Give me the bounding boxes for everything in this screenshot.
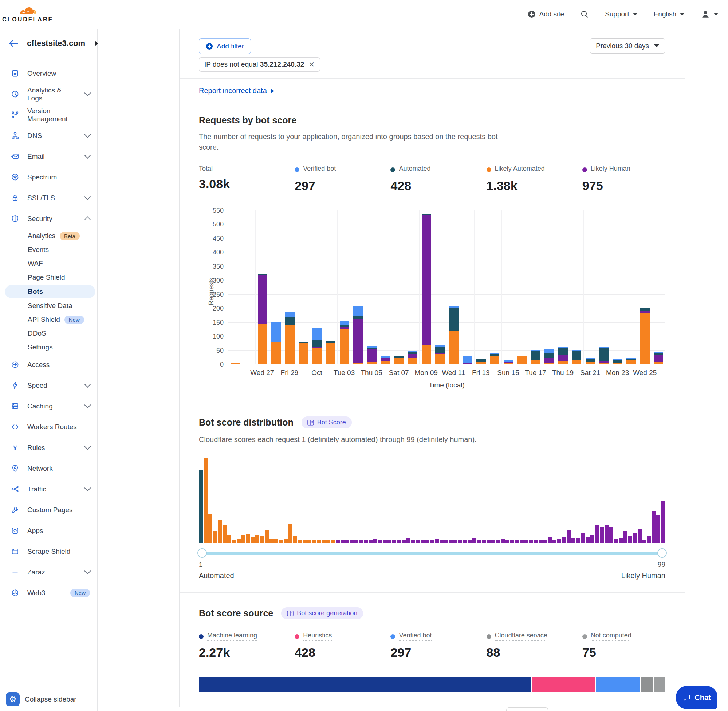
stat-label[interactable]: Automated xyxy=(399,165,430,174)
date-range-dropdown[interactable]: Previous 30 days xyxy=(590,38,665,53)
sidebar-subitem-events[interactable]: Events xyxy=(0,243,97,257)
support-menu[interactable]: Support xyxy=(605,10,638,18)
cloudflare-cloud-icon xyxy=(18,5,37,16)
stat-value: 1.38k xyxy=(487,179,570,193)
stat-total: Total3.08k xyxy=(199,164,282,198)
sidebar-item-security[interactable]: Security xyxy=(0,208,97,229)
chart-bar-slot xyxy=(269,210,283,364)
sidebar-subitem-ddos[interactable]: DDoS xyxy=(0,326,97,341)
stat-value: 297 xyxy=(295,179,378,193)
chat-button[interactable]: Chat xyxy=(676,686,718,709)
y-tick-label: 350 xyxy=(213,263,224,270)
caching-icon xyxy=(11,402,19,410)
sidebar-item-access[interactable]: Access xyxy=(0,354,97,375)
sidebar-item-version-management[interactable]: Version Management xyxy=(0,105,97,125)
stacked-bar xyxy=(326,341,335,364)
stat-label[interactable]: Cloudflare service xyxy=(495,631,547,641)
histogram-bar-score-2 xyxy=(204,458,208,543)
bar-segment-la xyxy=(490,356,499,364)
source-bar-segment-not-computed xyxy=(654,677,665,692)
add-filter-button[interactable]: Add filter xyxy=(199,38,251,54)
histogram-bar-score-42 xyxy=(392,540,396,543)
stat-heuristics: Heuristics428 xyxy=(282,630,378,665)
sidebar-item-traffic[interactable]: Traffic xyxy=(0,479,97,500)
sidebar-item-workers-routes[interactable]: Workers Routes xyxy=(0,416,97,437)
stat-value: 2.27k xyxy=(199,646,282,660)
stacked-bar xyxy=(531,350,540,364)
x-tick-slot: Fri 29 xyxy=(283,369,297,378)
stacked-bar xyxy=(449,306,459,364)
sidebar-item-zaraz[interactable]: Zaraz xyxy=(0,562,97,583)
sidebar-item-scrape-shield[interactable]: Scrape Shield xyxy=(0,541,97,562)
sidebar-subitem-label: Bots xyxy=(28,288,43,296)
sidebar-item-speed[interactable]: Speed xyxy=(0,375,97,396)
stat-value: 428 xyxy=(295,646,378,660)
gear-icon[interactable]: ⚙ xyxy=(6,692,20,706)
sidebar-subitem-waf[interactable]: WAF xyxy=(0,257,97,270)
sidebar-subitem-api-shield[interactable]: API ShieldNew xyxy=(0,313,97,326)
bar-segment-lh xyxy=(545,358,554,362)
account-menu[interactable] xyxy=(701,9,719,19)
histogram-bar-score-87 xyxy=(604,525,608,543)
sidebar-subitem-sensitive-data[interactable]: Sensitive Data xyxy=(0,299,97,313)
sidebar-item-label: Apps xyxy=(27,527,90,535)
collapse-sidebar-button[interactable]: Collapse sidebar xyxy=(25,695,77,704)
histogram-bar-score-15 xyxy=(265,530,269,543)
chart-bar-slot xyxy=(337,210,351,364)
sidebar-item-label: Custom Pages xyxy=(27,506,90,514)
x-tick-slot xyxy=(651,369,665,378)
sidebar-item-label: Workers Routes xyxy=(27,423,90,431)
sidebar-subitem-analytics[interactable]: AnalyticsBeta xyxy=(0,229,97,243)
chart-bar-slot xyxy=(255,210,269,364)
bar-segment-la xyxy=(476,361,486,364)
sidebar-item-analytics-logs[interactable]: Analytics & Logs xyxy=(0,84,97,105)
filter-chip[interactable]: IP does not equal 35.212.240.32 ✕ xyxy=(199,57,320,72)
histogram-bar-score-52 xyxy=(440,540,444,543)
stat-label[interactable]: Likely Automated xyxy=(495,165,545,174)
histogram-bar-score-4 xyxy=(213,531,217,543)
sidebar-item-web3[interactable]: Web3New xyxy=(0,583,97,603)
stat-label[interactable]: Verified bot xyxy=(399,631,431,641)
slider-handle-max[interactable] xyxy=(657,548,667,558)
stat-label[interactable]: Not computed xyxy=(591,631,632,641)
stacked-bar xyxy=(340,322,349,364)
stat-label[interactable]: Verified bot xyxy=(303,165,336,174)
chevron-right-icon[interactable] xyxy=(95,40,98,46)
slider-handle-min[interactable] xyxy=(197,548,207,558)
sidebar-item-ssl-tls[interactable]: SSL/TLS xyxy=(0,187,97,208)
stat-value: 3.08k xyxy=(199,177,282,191)
sidebar-item-email[interactable]: Email xyxy=(0,146,97,167)
histogram-bar-score-5 xyxy=(218,520,222,543)
bot-score-generation-badge[interactable]: Bot score generation xyxy=(281,607,363,619)
sidebar-item-caching[interactable]: Caching xyxy=(0,396,97,416)
stacked-bar xyxy=(626,358,636,364)
sidebar-item-apps[interactable]: Apps xyxy=(0,520,97,541)
add-site-button[interactable]: Add site xyxy=(528,10,564,18)
sidebar-item-overview[interactable]: Overview xyxy=(0,63,97,84)
sidebar-item-dns[interactable]: DNS xyxy=(0,125,97,146)
bot-score-badge[interactable]: Bot Score xyxy=(301,416,352,428)
source-bar-segment-verified-bot xyxy=(596,677,639,692)
sidebar-subitem-bots[interactable]: Bots xyxy=(5,285,95,298)
x-tick-label: Oct xyxy=(312,369,322,377)
stat-label[interactable]: Likely Human xyxy=(591,165,631,174)
chart-bar-slot xyxy=(488,210,502,364)
stat-label[interactable]: Heuristics xyxy=(303,631,332,641)
book-icon xyxy=(287,611,294,617)
source-stats-row: Machine learning2.27kHeuristics428Verifi… xyxy=(199,630,665,665)
sidebar-item-network[interactable]: Network xyxy=(0,458,97,479)
stat-value: 975 xyxy=(582,179,665,193)
close-icon[interactable]: ✕ xyxy=(309,61,315,68)
histogram-bar-score-82 xyxy=(581,533,585,543)
sidebar-item-custom-pages[interactable]: Custom Pages xyxy=(0,500,97,520)
report-incorrect-data-link[interactable]: Report incorrect data xyxy=(199,87,274,95)
sidebar-subitem-page-shield[interactable]: Page Shield xyxy=(0,270,97,284)
search-icon[interactable] xyxy=(580,10,589,19)
sidebar-item-rules[interactable]: Rules xyxy=(0,437,97,458)
chart-bar-slot xyxy=(406,210,419,364)
sidebar-subitem-settings[interactable]: Settings xyxy=(0,341,97,354)
stat-label[interactable]: Machine learning xyxy=(207,631,257,641)
sidebar-item-spectrum[interactable]: Spectrum xyxy=(0,167,97,187)
back-arrow-icon[interactable] xyxy=(9,39,18,47)
language-menu[interactable]: English xyxy=(654,10,685,18)
